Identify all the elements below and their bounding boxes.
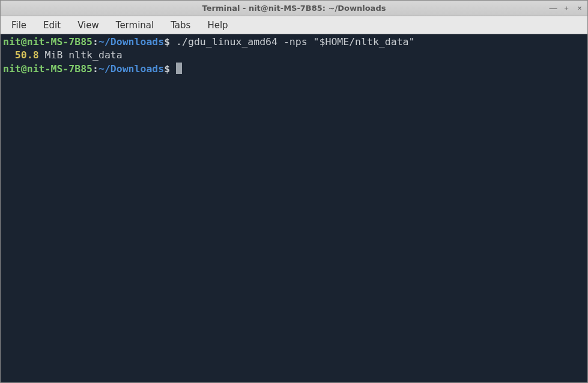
prompt-colon: : (92, 36, 99, 47)
menu-help[interactable]: Help (200, 17, 235, 33)
close-button[interactable]: × (575, 4, 584, 13)
terminal-line-1: nit@nit-MS-7B85:~/Downloads$ ./gdu_linux… (3, 36, 414, 47)
menubar: File Edit View Terminal Tabs Help (1, 16, 587, 34)
maximize-button[interactable]: + (562, 4, 571, 13)
output-size: 50.8 (3, 49, 39, 61)
menu-edit[interactable]: Edit (36, 17, 68, 33)
terminal-output[interactable]: nit@nit-MS-7B85:~/Downloads$ ./gdu_linux… (1, 34, 587, 382)
cursor-block (176, 63, 182, 74)
menu-tabs[interactable]: Tabs (163, 17, 198, 33)
prompt-path: ~/Downloads (99, 36, 164, 47)
menu-terminal[interactable]: Terminal (109, 17, 161, 33)
terminal-window: Terminal - nit@nit-MS-7B85: ~/Downloads … (0, 0, 588, 383)
output-rest: MiB nltk_data (39, 49, 123, 61)
command-text-2 (170, 63, 176, 75)
minimize-button[interactable]: — (549, 4, 557, 13)
titlebar-controls: — + × (549, 1, 584, 16)
prompt-user-host-2: nit@nit-MS-7B85 (3, 63, 92, 75)
terminal-line-3: nit@nit-MS-7B85:~/Downloads$ (3, 63, 182, 75)
prompt-symbol-2: $ (164, 63, 170, 75)
prompt-symbol: $ (164, 36, 170, 47)
command-text: ./gdu_linux_amd64 -nps "$HOME/nltk_data" (170, 36, 414, 47)
prompt-user-host: nit@nit-MS-7B85 (3, 36, 92, 47)
prompt-colon-2: : (92, 63, 99, 75)
titlebar[interactable]: Terminal - nit@nit-MS-7B85: ~/Downloads … (1, 1, 587, 16)
terminal-line-2: 50.8 MiB nltk_data (3, 49, 123, 61)
menu-file[interactable]: File (4, 17, 34, 33)
window-title: Terminal - nit@nit-MS-7B85: ~/Downloads (202, 4, 386, 13)
menu-view[interactable]: View (70, 17, 106, 33)
prompt-path-2: ~/Downloads (99, 63, 164, 75)
